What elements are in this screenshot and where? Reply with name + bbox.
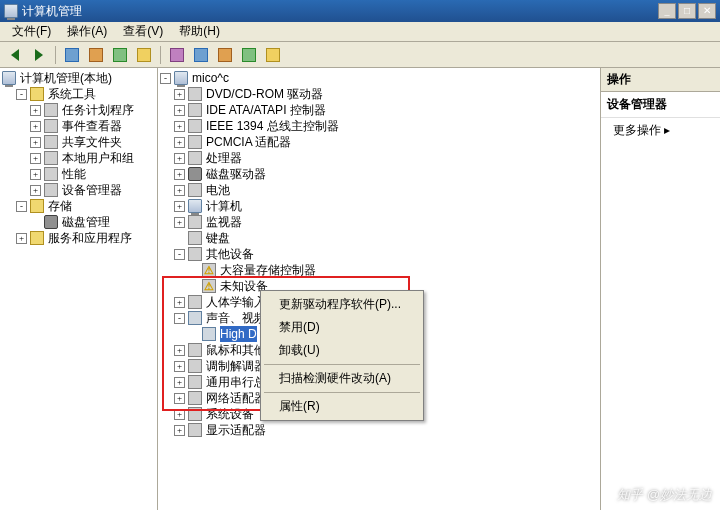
device-icon bbox=[44, 167, 58, 181]
device-node[interactable]: -其他设备 bbox=[160, 246, 598, 262]
menu-item[interactable]: 属性(R) bbox=[263, 395, 421, 418]
tool-4[interactable] bbox=[133, 44, 155, 66]
device-node[interactable]: +PCMCIA 适配器 bbox=[160, 134, 598, 150]
device-node[interactable]: 键盘 bbox=[160, 230, 598, 246]
window-title: 计算机管理 bbox=[22, 3, 82, 20]
device-node[interactable]: +处理器 bbox=[160, 150, 598, 166]
device-icon bbox=[188, 215, 202, 229]
square-icon bbox=[137, 48, 151, 62]
forward-button[interactable] bbox=[28, 44, 50, 66]
device-node[interactable]: +磁盘驱动器 bbox=[160, 166, 598, 182]
tool-9[interactable] bbox=[262, 44, 284, 66]
expand-icon[interactable]: + bbox=[174, 425, 185, 436]
tree-grp-storage[interactable]: -存储 bbox=[2, 198, 155, 214]
device-node[interactable]: +IEEE 1394 总线主控制器 bbox=[160, 118, 598, 134]
collapse-icon[interactable]: - bbox=[174, 313, 185, 324]
tool-8[interactable] bbox=[238, 44, 260, 66]
collapse-icon[interactable]: - bbox=[16, 201, 27, 212]
tree-item[interactable]: +共享文件夹 bbox=[2, 134, 155, 150]
tree-item[interactable]: +本地用户和组 bbox=[2, 150, 155, 166]
expand-icon[interactable]: + bbox=[174, 217, 185, 228]
menu-action[interactable]: 操作(A) bbox=[59, 21, 115, 42]
device-root[interactable]: -mico^c bbox=[160, 70, 598, 86]
expand-icon[interactable]: + bbox=[174, 153, 185, 164]
device-icon bbox=[44, 103, 58, 117]
expand-icon[interactable]: + bbox=[174, 89, 185, 100]
tool-3[interactable] bbox=[109, 44, 131, 66]
collapse-icon[interactable]: - bbox=[160, 73, 171, 84]
maximize-button[interactable]: □ bbox=[678, 3, 696, 19]
menu-item[interactable]: 更新驱动程序软件(P)... bbox=[263, 293, 421, 316]
tree-item[interactable]: +性能 bbox=[2, 166, 155, 182]
device-node[interactable]: +DVD/CD-ROM 驱动器 bbox=[160, 86, 598, 102]
tree-item[interactable]: +任务计划程序 bbox=[2, 102, 155, 118]
device-icon bbox=[188, 231, 202, 245]
tool-7[interactable] bbox=[214, 44, 236, 66]
menu-view[interactable]: 查看(V) bbox=[115, 21, 171, 42]
more-actions[interactable]: 更多操作 ▸ bbox=[601, 118, 720, 143]
collapse-icon[interactable]: - bbox=[16, 89, 27, 100]
close-button[interactable]: ✕ bbox=[698, 3, 716, 19]
expand-icon[interactable]: + bbox=[30, 105, 41, 116]
device-icon bbox=[188, 391, 202, 405]
menu-item[interactable]: 禁用(D) bbox=[263, 316, 421, 339]
minimize-button[interactable]: _ bbox=[658, 3, 676, 19]
menu-item[interactable]: 扫描检测硬件改动(A) bbox=[263, 367, 421, 390]
device-icon bbox=[188, 407, 202, 421]
expand-icon[interactable]: + bbox=[174, 185, 185, 196]
tool-1[interactable] bbox=[61, 44, 83, 66]
tree-root[interactable]: 计算机管理(本地) bbox=[2, 70, 155, 86]
warning-icon: ⚠ bbox=[202, 263, 216, 277]
menubar: 文件(F) 操作(A) 查看(V) 帮助(H) bbox=[0, 22, 720, 42]
warning-icon: ⚠ bbox=[202, 279, 216, 293]
expand-icon[interactable]: + bbox=[16, 233, 27, 244]
device-icon bbox=[202, 327, 216, 341]
arrow-left-icon bbox=[11, 49, 19, 61]
toolbar-separator bbox=[160, 46, 161, 64]
back-button[interactable] bbox=[4, 44, 26, 66]
menu-help[interactable]: 帮助(H) bbox=[171, 21, 228, 42]
expand-icon[interactable]: + bbox=[174, 297, 185, 308]
tree-grp-services[interactable]: +服务和应用程序 bbox=[2, 230, 155, 246]
expand-icon[interactable]: + bbox=[174, 201, 185, 212]
collapse-icon[interactable]: - bbox=[174, 249, 185, 260]
expand-icon[interactable]: + bbox=[174, 393, 185, 404]
menu-item[interactable]: 卸载(U) bbox=[263, 339, 421, 362]
tool-2[interactable] bbox=[85, 44, 107, 66]
device-icon bbox=[188, 295, 202, 309]
expand-icon[interactable]: + bbox=[174, 137, 185, 148]
tool-6[interactable] bbox=[190, 44, 212, 66]
menu-file[interactable]: 文件(F) bbox=[4, 21, 59, 42]
expand-icon[interactable]: + bbox=[174, 105, 185, 116]
device-node[interactable]: +监视器 bbox=[160, 214, 598, 230]
device-icon bbox=[188, 199, 202, 213]
expand-icon[interactable]: + bbox=[174, 361, 185, 372]
expand-icon[interactable]: + bbox=[174, 345, 185, 356]
expand-icon[interactable]: + bbox=[174, 121, 185, 132]
expand-icon[interactable]: + bbox=[30, 137, 41, 148]
square-icon bbox=[89, 48, 103, 62]
expand-icon[interactable]: + bbox=[30, 169, 41, 180]
device-node[interactable]: +电池 bbox=[160, 182, 598, 198]
device-node[interactable]: +计算机 bbox=[160, 198, 598, 214]
tree-item[interactable]: +事件查看器 bbox=[2, 118, 155, 134]
device-node[interactable]: +显示适配器 bbox=[160, 422, 598, 438]
device-node[interactable]: +IDE ATA/ATAPI 控制器 bbox=[160, 102, 598, 118]
device-icon bbox=[188, 103, 202, 117]
expand-icon[interactable]: + bbox=[30, 185, 41, 196]
device-icon bbox=[188, 247, 202, 261]
tree-grp-systools[interactable]: -系统工具 bbox=[2, 86, 155, 102]
device-node[interactable]: ⚠大容量存储控制器 bbox=[160, 262, 598, 278]
device-icon bbox=[188, 359, 202, 373]
expand-icon[interactable]: + bbox=[30, 153, 41, 164]
expand-icon[interactable]: + bbox=[174, 377, 185, 388]
expand-icon[interactable]: + bbox=[174, 169, 185, 180]
tree-item[interactable]: +设备管理器 bbox=[2, 182, 155, 198]
expand-icon[interactable]: + bbox=[30, 121, 41, 132]
expand-icon[interactable]: + bbox=[174, 409, 185, 420]
tool-5[interactable] bbox=[166, 44, 188, 66]
square-icon bbox=[242, 48, 256, 62]
tree-item[interactable]: 磁盘管理 bbox=[2, 214, 155, 230]
computer-icon bbox=[174, 71, 188, 85]
menu-separator bbox=[264, 392, 420, 393]
